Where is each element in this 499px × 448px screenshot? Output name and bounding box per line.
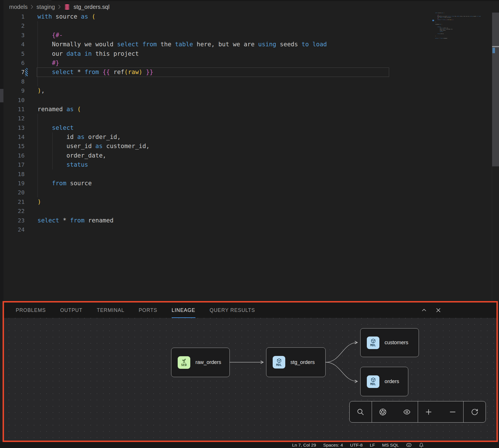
code-line[interactable]: 13 select <box>0 123 429 132</box>
cube-icon: MDL <box>367 337 379 349</box>
code-line[interactable]: 21) <box>0 197 429 206</box>
lineage-node-orders[interactable]: MDLorders <box>360 367 408 396</box>
code-editor[interactable]: 1with source as (23 {#-4 Normally we wou… <box>0 12 429 234</box>
code-line[interactable]: 8 <box>0 77 429 86</box>
code-text: order_date, <box>37 151 106 160</box>
code-line[interactable]: 9), <box>0 86 429 95</box>
toolbar-section <box>463 401 486 422</box>
code-line[interactable]: 23select * from renamed <box>0 216 429 225</box>
search-icon <box>357 408 364 416</box>
lineage-canvas[interactable]: SEDraw_ordersMDLstg_ordersMDLcustomersMD… <box>4 318 496 441</box>
line-number: 9 <box>0 86 25 95</box>
line-number: 12 <box>0 114 25 123</box>
code-line[interactable]: 15 user_id as customer_id, <box>0 142 429 151</box>
code-line[interactable]: 17 status <box>0 160 429 169</box>
bell-icon[interactable] <box>419 443 424 448</box>
code-line[interactable]: 20 <box>0 188 429 197</box>
code-text: Normally we would select from the table … <box>37 40 327 49</box>
code-line[interactable]: 1with source as ( <box>0 12 429 21</box>
line-number: 23 <box>0 216 25 225</box>
zoom-out-button[interactable] <box>448 408 457 416</box>
breadcrumb-item-staging[interactable]: staging <box>36 4 55 10</box>
sidebar-drag-handle[interactable] <box>0 89 3 102</box>
code-line[interactable]: 18 <box>0 170 429 179</box>
line-number: 15 <box>0 142 25 151</box>
code-line[interactable]: 19 from source <box>0 179 429 188</box>
code-line[interactable]: 14 id as order_id, <box>0 132 429 142</box>
status-encoding[interactable]: UTF-8 <box>350 443 363 448</box>
node-label: stg_orders <box>290 359 315 365</box>
code-line[interactable]: 2 <box>0 21 429 30</box>
status-cursor-position[interactable]: Ln 7, Col 29 <box>292 443 316 448</box>
panel-tab-query-results[interactable]: QUERY RESULTS <box>210 302 255 318</box>
code-text: our data in this project <box>37 49 139 58</box>
panel-tab-lineage[interactable]: LINEAGE <box>172 302 195 318</box>
search-button[interactable] <box>356 408 365 416</box>
eye-button[interactable] <box>403 408 411 416</box>
minimap-modified-marker <box>432 20 434 21</box>
lineage-node-raw-orders[interactable]: SEDraw_orders <box>171 348 230 377</box>
lineage-node-stg-orders[interactable]: MDLstg_orders <box>266 347 326 377</box>
minimap[interactable]: with source as ( {#- Normally we would s… <box>435 12 487 40</box>
bottom-panel: PROBLEMSOUTPUTTERMINALPORTSLINEAGEQUERY … <box>3 301 498 442</box>
status-eol-sequence[interactable]: LF <box>370 443 375 448</box>
panel-tab-ports[interactable]: PORTS <box>139 302 157 318</box>
line-number: 17 <box>0 160 25 169</box>
code-text: with source as ( <box>37 12 95 21</box>
close-panel-button[interactable] <box>435 307 442 314</box>
code-text: ) <box>37 197 41 206</box>
panel-tab-output[interactable]: OUTPUT <box>60 302 82 318</box>
line-number: 1 <box>0 12 25 21</box>
code-text: select * from renamed <box>37 216 114 225</box>
minimap-line <box>435 39 487 40</box>
code-line[interactable]: 3 {#- <box>0 31 429 40</box>
aperture-button[interactable] <box>379 408 387 416</box>
line-number: 3 <box>0 31 25 40</box>
code-text: ), <box>37 86 45 95</box>
collapse-panel-button[interactable] <box>421 307 427 314</box>
code-text: renamed as ( <box>37 105 81 114</box>
panel-tab-problems[interactable]: PROBLEMS <box>16 302 46 318</box>
refresh-icon <box>471 408 478 416</box>
line-number: 7 <box>0 67 25 77</box>
code-line[interactable]: 7 select * from {{ ref(raw) }} <box>0 67 429 77</box>
status-language-mode[interactable]: MS SQL <box>382 443 399 448</box>
panel-header-actions <box>421 307 442 314</box>
code-line[interactable]: 22 <box>0 206 429 216</box>
code-text: from source <box>37 179 92 188</box>
copilot-icon[interactable] <box>406 443 412 447</box>
code-line[interactable]: 5 our data in this project <box>0 49 429 58</box>
code-line[interactable]: 12 <box>0 114 429 123</box>
cube-icon: MDL <box>367 375 379 388</box>
code-line[interactable]: 24 <box>0 225 429 234</box>
left-rail <box>0 0 3 301</box>
eye-icon <box>403 408 411 416</box>
code-text: id as order_id, <box>37 132 121 142</box>
code-line[interactable]: 11renamed as ( <box>0 105 429 114</box>
breadcrumb-item-models[interactable]: models <box>9 4 27 10</box>
code-line[interactable]: 4 Normally we would select from the tabl… <box>0 40 429 49</box>
code-line[interactable]: 16 order_date, <box>0 151 429 160</box>
node-label: raw_orders <box>195 359 221 365</box>
code-line[interactable]: 6 #} <box>0 58 429 67</box>
lineage-node-customers[interactable]: MDLcustomers <box>360 328 419 357</box>
close-icon <box>435 307 441 313</box>
node-label: orders <box>385 379 399 385</box>
overview-ruler-bar <box>492 46 499 47</box>
vscode-window: models staging stg_orders.sql 1with sour… <box>0 0 499 448</box>
panel-tab-terminal[interactable]: TERMINAL <box>97 302 124 318</box>
zoom-in-button[interactable] <box>424 408 433 416</box>
chevron-right-icon <box>31 5 33 9</box>
scrollbar[interactable] <box>492 13 499 166</box>
node-badge: MDL <box>276 363 282 367</box>
breadcrumb-file[interactable]: stg_orders.sql <box>74 4 110 10</box>
refresh-button[interactable] <box>470 408 479 416</box>
node-badge: SED <box>181 363 187 367</box>
code-text: {#- <box>37 31 63 40</box>
zoom-in-icon <box>425 408 432 416</box>
line-number: 2 <box>0 21 25 30</box>
line-number: 10 <box>0 95 25 105</box>
status-indentation[interactable]: Spaces: 4 <box>323 443 343 448</box>
code-line[interactable]: 10 <box>0 95 429 105</box>
database-icon <box>64 4 70 10</box>
